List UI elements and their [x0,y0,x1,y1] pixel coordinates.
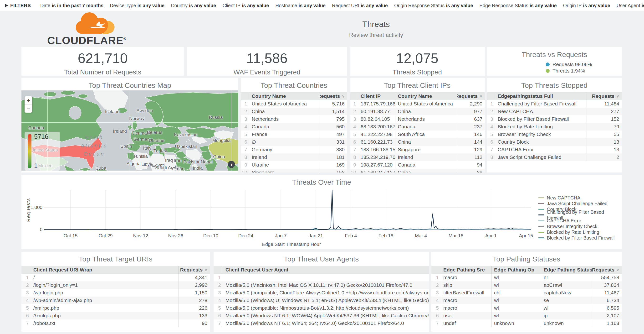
pathing-src-cell: macro [441,304,492,312]
pathing-status-cell: Country Block [495,138,586,146]
stat-label: WAF Events Triggered [187,69,347,76]
requests-cell: 11,467 [592,289,622,296]
requests-cell: 11,484 [586,100,622,108]
legend-line-icon [538,203,544,204]
map-country-label: Spain [120,144,132,149]
table-title: Top Threat Client IPs [350,81,485,90]
map-country-label: Kazakhstan [174,132,198,137]
sort-desc-icon: ∨ [616,94,619,99]
column-header[interactable]: Client Request User Agent [223,266,429,274]
map-zoom-out-button[interactable]: − [24,105,32,113]
row-number: 7 [350,146,358,153]
world-map[interactable]: CanadaUnited StatesMexicoCubaIcelandIrel… [22,90,238,171]
table-row: 3 Netherlands 795 [241,115,347,123]
country-name-cell: Canada [395,161,457,169]
map-country-label: Iraq [165,158,173,163]
map-info-icon[interactable]: i [228,161,235,168]
column-header[interactable]: Edge Pathing Op [492,266,541,274]
map-country-label: Sweden [136,108,153,113]
column-header[interactable]: Edge Pathing Src [441,266,492,274]
row-number: 6 [214,312,223,319]
chart-legend-item[interactable]: Challenged by Filter Based Firewall [538,212,622,218]
table-row: 6 Mozilla/5.0 (Windows NT 6.1; WOW64) Ap… [214,312,429,319]
requests-cell: 2,992 [178,281,210,289]
table-row: 8 Java Script Challenge Failed 2 [487,153,622,161]
requests-cell: 554,758 [592,274,622,281]
table-row: 3 Blocked by Filter Based Firewall 152 [487,115,622,123]
pathing-src-cell: filterBasedFirewall [441,289,492,296]
row-number: 9 [241,161,249,169]
table-row: 8 185.234.219.70 Ireland 112 [350,153,485,161]
column-header[interactable]: Edge Pathing Status [541,266,592,274]
column-header-sort[interactable]: Requests∨ [320,92,347,100]
client-ip-cell: 185.234.219.70 [358,153,395,161]
table-header: Edgepathingstatus Full Requests∨ [487,92,622,100]
row-number: 4 [214,296,223,304]
row-number: 7 [487,146,495,153]
filter-item[interactable]: Device Typeis any value [110,3,164,8]
country-name-cell: United States of America [395,100,457,108]
map-zoom-control: + − [24,96,32,113]
table-row: 3 Mozilla/5.0 (compatible; CloudFlare-Al… [214,289,429,296]
column-header-sort[interactable]: Requests∨ [457,92,485,100]
requests-cell: 112 [457,153,485,161]
column-header-sort[interactable]: Requests∨ [592,266,622,274]
uri-cell: /wp-admin/admin-ajax.php [31,296,178,304]
row-number: 8 [350,153,358,161]
threats-over-time-card: Threats Over Time Requests 1,000 0 Oct 1… [22,175,622,249]
x-tick: Oct 29 [99,233,113,239]
table-title: Top Threat User Agents [214,255,429,263]
filters-toggle[interactable]: FILTERS [5,3,31,8]
chart-legend-item[interactable]: Java Script Challenge Failed [538,201,622,206]
filter-item[interactable]: Dateis in the past 7 months [40,3,104,8]
filter-item[interactable]: Origin IPis any value [563,3,610,8]
row-number: 5 [241,131,249,138]
pathing-status-cell: wl [541,304,592,312]
pathing-op-cell: wl [492,281,541,289]
legend-line-icon [538,226,544,227]
legend-line-icon [538,209,544,210]
table-row: 1 [214,274,429,281]
legend-dot-icon [546,63,550,66]
legend-dot-icon [546,69,550,73]
column-header[interactable]: Country Name [395,92,457,100]
filter-item[interactable]: User Agentis any value [616,3,644,8]
pathing-src-cell: macro [441,274,492,281]
filter-item[interactable]: Countryis any value [171,3,216,8]
client-ip-cell: 61.160.247.127 [358,169,395,172]
pathing-op-cell: wl [492,304,541,312]
column-header[interactable]: Client Request URI Wrap [31,266,178,274]
filter-item[interactable]: Request URIis any value [332,3,388,8]
map-country-label: Ukraine [149,138,164,143]
map-zoom-in-button[interactable]: + [24,96,32,105]
table-row: 6 //xmlrpc.php 133 [22,312,210,319]
requests-cell: 5,716 [320,100,347,108]
chart-legend-item[interactable]: Blocked by Rate Limiting [538,229,622,235]
chart-legend-item[interactable]: Blocked by Filter Based Firewall [538,235,622,241]
chart-plot-area[interactable] [44,190,531,230]
chart-legend-item[interactable]: New CAPTCHA [538,195,622,201]
filter-item[interactable]: Edge Response Statusis any value [480,3,557,8]
filter-item[interactable]: Hostnameis any value [275,3,326,8]
filter-item[interactable]: Origin Response Statusis any value [394,3,473,8]
table-row: 1 United States of America 5,716 [241,100,347,108]
column-header-sort[interactable]: Requests∨ [586,92,622,100]
table-row: 6 Country Block 13 [487,138,622,146]
map-country-label: Libya [141,162,152,167]
column-header[interactable]: Edgepathingstatus Full [495,92,586,100]
pathing-src-cell: macro [441,296,492,304]
column-header[interactable]: Client IP [358,92,395,100]
requests-cell: 133 [178,312,210,319]
requests-cell: 278 [178,296,210,304]
column-header[interactable]: Country Name [249,92,320,100]
table-row: 7 Mozilla/5.0 (Windows NT 6.1; Win64; x6… [214,319,429,327]
chart-legend-item[interactable]: Browser Integrity Check [538,223,622,229]
table-row: 10 Singapore 158 [241,169,347,172]
client-ip-cell: 198.27.67.120 [358,161,395,169]
filter-item[interactable]: Client IPis any value [222,3,269,8]
column-header-sort[interactable]: Requests∨ [178,266,210,274]
requests-cell: 2 [586,153,622,161]
country-name-cell: Ireland [395,153,457,161]
requests-cell: 637 [457,115,485,123]
map-legend-min: 1 [34,162,38,170]
